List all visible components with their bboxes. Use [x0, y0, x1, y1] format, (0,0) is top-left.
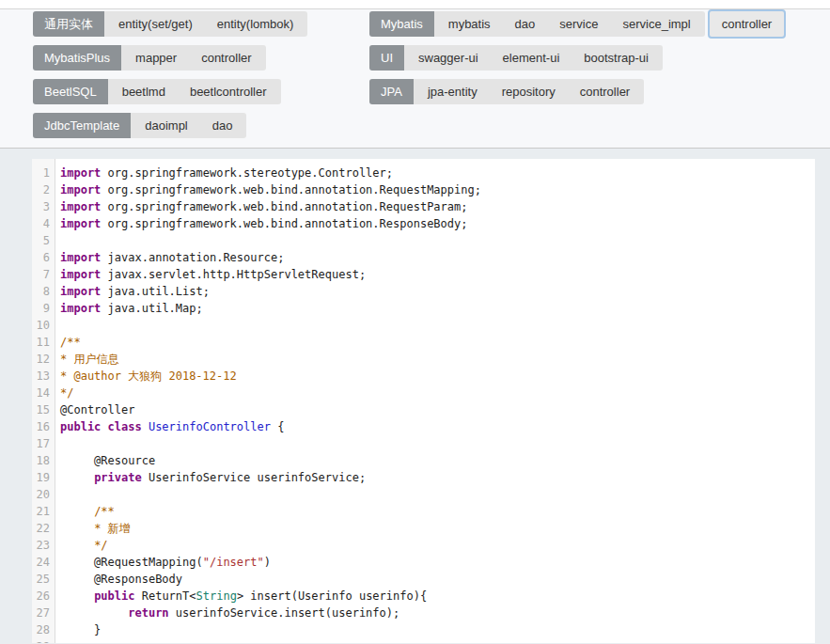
tab-group-items: swagger-uielement-uibootstrap-ui: [404, 45, 663, 71]
code-text: return userinfoService.insert(userinfo);: [55, 605, 399, 621]
tab-dao[interactable]: dao: [212, 118, 233, 133]
tab-mybatis[interactable]: mybatis: [448, 17, 491, 31]
code-text: import org.springframework.web.bind.anno…: [55, 181, 481, 198]
code-text: [55, 232, 60, 249]
code-line: 9import java.util.Map;: [32, 300, 815, 317]
tab-bootstrap-ui[interactable]: bootstrap-ui: [584, 51, 649, 65]
line-number: 24: [32, 554, 55, 571]
tab-controller[interactable]: controller: [201, 51, 251, 65]
line-number: 1: [32, 165, 55, 181]
tab-dao[interactable]: dao: [515, 17, 536, 31]
code-text: @Resource: [55, 452, 155, 469]
code-text: import org.springframework.stereotype.Co…: [55, 165, 393, 181]
tab-beetlcontroller[interactable]: beetlcontroller: [190, 85, 267, 99]
line-number: 5: [32, 232, 55, 249]
tab-jpa-entity[interactable]: jpa-entity: [428, 85, 478, 99]
tab-controller-selected[interactable]: controller: [708, 9, 786, 39]
tab-group-items: mappercontroller: [121, 45, 266, 71]
tab-service[interactable]: service: [559, 17, 598, 31]
tab-repository[interactable]: repository: [502, 85, 556, 99]
tab-group-items: mybatisdaoserviceservice_impl: [434, 11, 705, 37]
line-number: 20: [32, 486, 55, 503]
code-text: [55, 638, 60, 643]
code-text: @RequestMapping("/insert"): [55, 554, 271, 571]
line-number: 11: [32, 334, 55, 351]
tab-group-label: Mybatis: [369, 11, 434, 37]
code-text: /**: [55, 503, 115, 520]
line-number: 3: [32, 198, 55, 215]
tab-group-jpa: JPAjpa-entityrepositorycontroller: [369, 79, 644, 104]
tab-beetlmd[interactable]: beetlmd: [122, 85, 165, 99]
code-line: 21 /**: [32, 503, 815, 520]
line-number: 25: [32, 571, 55, 588]
code-text: [55, 317, 60, 334]
tab-row: JdbcTemplatedaoimpldao: [33, 113, 369, 138]
code-text: public class UserinfoController {: [55, 418, 284, 435]
line-number: 27: [32, 605, 55, 621]
code-line: 25 @ResponseBody: [32, 571, 815, 588]
tab-element-ui[interactable]: element-ui: [503, 51, 560, 65]
code-generator-page: 通用实体entity(set/get)entity(lombok)Mybatis…: [0, 0, 830, 644]
tab-group-items: entity(set/get)entity(lombok): [104, 11, 307, 37]
code-line: 20: [32, 486, 815, 503]
code-line: 11/**: [32, 334, 815, 351]
code-line: 10: [32, 317, 815, 334]
tab-entity-set-get[interactable]: entity(set/get): [118, 17, 193, 31]
code-text: [55, 435, 60, 452]
line-number: 8: [32, 283, 55, 300]
tab-group-label: 通用实体: [33, 11, 104, 37]
tab-group-ui: UIswagger-uielement-uibootstrap-ui: [369, 45, 663, 71]
line-number: 26: [32, 588, 55, 605]
tab-column-left: 通用实体entity(set/get)entity(lombok)Mybatis…: [33, 11, 369, 138]
tab-group-items: jpa-entityrepositorycontroller: [414, 79, 644, 104]
code-text: import javax.servlet.http.HttpServletReq…: [55, 266, 366, 283]
code-text: */: [55, 385, 73, 401]
tab-row: Mybatismybatisdaoserviceservice_implcont…: [369, 11, 786, 37]
top-strip: [0, 0, 830, 9]
code-text: private UserinfoService userinfoService;: [55, 469, 366, 486]
code-text: */: [55, 537, 108, 554]
tab-service-impl[interactable]: service_impl: [622, 17, 690, 31]
code-line: 1import org.springframework.stereotype.C…: [32, 165, 815, 181]
line-number: 14: [32, 385, 55, 401]
code-text: import java.util.Map;: [55, 300, 203, 317]
tab-daoimpl[interactable]: daoimpl: [145, 118, 188, 133]
code-line: 24 @RequestMapping("/insert"): [32, 554, 815, 571]
code-line: 13* @author 大狼狗 2018-12-12: [32, 368, 815, 385]
tab-entity-lombok[interactable]: entity(lombok): [217, 17, 294, 31]
tab-row: 通用实体entity(set/get)entity(lombok): [33, 11, 369, 37]
code-line: 26 public ReturnT<String> insert(Userinf…: [32, 588, 815, 605]
code-text: @Controller: [55, 401, 134, 418]
code-line: 14*/: [32, 385, 815, 401]
tab-group-jdbctemplate: JdbcTemplatedaoimpldao: [33, 113, 246, 138]
line-number: 29: [32, 638, 55, 643]
code-text: import javax.annotation.Resource;: [55, 249, 284, 266]
code-editor: 1import org.springframework.stereotype.C…: [32, 159, 815, 643]
code-line: 17: [32, 435, 815, 452]
code-line: 28 }: [32, 621, 815, 638]
code-line: 8import java.util.List;: [32, 283, 815, 300]
tab-group-mybatisplus: MybatisPlusmappercontroller: [33, 45, 266, 71]
line-number: 4: [32, 215, 55, 232]
tab-mapper[interactable]: mapper: [135, 51, 177, 65]
code-line: 12* 用户信息: [32, 351, 815, 368]
tab-swagger-ui[interactable]: swagger-ui: [418, 51, 478, 65]
line-number: 6: [32, 249, 55, 266]
code-text: public ReturnT<String> insert(Userinfo u…: [55, 588, 427, 605]
line-number: 9: [32, 300, 55, 317]
code-line: 15@Controller: [32, 401, 815, 418]
line-number: 2: [32, 181, 55, 198]
code-line: 4import org.springframework.web.bind.ann…: [32, 215, 815, 232]
tab-group-beetlsql: BeetlSQLbeetlmdbeetlcontroller: [33, 79, 281, 104]
code-text: [55, 486, 60, 503]
code-line: 27 return userinfoService.insert(userinf…: [32, 605, 815, 621]
template-tabs-panel: 通用实体entity(set/get)entity(lombok)Mybatis…: [0, 9, 830, 149]
line-number: 10: [32, 317, 55, 334]
code-text: * @author 大狼狗 2018-12-12: [55, 368, 237, 385]
tab-controller[interactable]: controller: [580, 85, 630, 99]
code-line: 5: [32, 232, 815, 249]
tab-group-label: UI: [369, 45, 404, 71]
tab-group-label: JPA: [369, 79, 414, 104]
code-line: 19 private UserinfoService userinfoServi…: [32, 469, 815, 486]
tab-group-label: MybatisPlus: [33, 45, 121, 71]
